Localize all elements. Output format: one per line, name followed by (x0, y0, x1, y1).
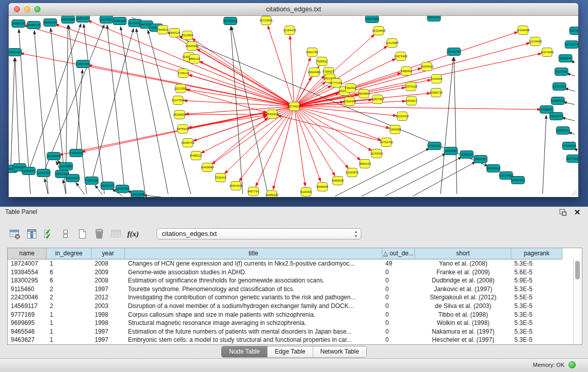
cell-year[interactable]: 1997 (92, 285, 125, 294)
table-settings-button[interactable] (7, 227, 23, 241)
column-header-name[interactable]: name (8, 248, 47, 259)
table-row[interactable]: 911546021997Tourette syndrome. Phenomeno… (8, 285, 574, 294)
cell-short[interactable]: Franke et al. (2009) (415, 268, 511, 277)
cell-title[interactable]: Estimation of the future numbers of pati… (125, 327, 382, 336)
create-column-button[interactable] (75, 227, 90, 241)
table-row[interactable]: 969969511998Structural magnetic resonanc… (8, 319, 574, 327)
cell-title[interactable]: Corpus callosum shape and size in male p… (125, 311, 382, 319)
cell-pagerank[interactable]: 5.3E-5 (511, 285, 562, 294)
cell-out-de-[interactable]: 0 (382, 319, 415, 327)
cell-out-de-[interactable]: 0 (382, 311, 415, 319)
column-header-out-de-[interactable]: △ out_de... (382, 248, 415, 259)
tab-edge-table[interactable]: Edge Table (267, 346, 313, 357)
cell-pagerank[interactable]: 5.5E-5 (511, 293, 562, 302)
cell-year[interactable]: 1998 (92, 311, 125, 319)
window-resize-grip[interactable] (570, 189, 577, 196)
cell-short[interactable]: Yano et al. (2008) (415, 259, 511, 268)
column-header-year[interactable]: year (92, 248, 125, 259)
cell-title[interactable]: Tourette syndrome. Phenomenology and cla… (125, 285, 382, 294)
window-titlebar[interactable]: citations_edges.txt (9, 3, 578, 16)
cell-pagerank[interactable]: 5.3E-5 (511, 319, 562, 327)
cell-in-degree[interactable]: 1 (47, 327, 92, 336)
table-row[interactable]: 1830029562008Estimation of significance … (8, 276, 574, 285)
show-columns-button[interactable] (24, 227, 39, 241)
cell-out-de-[interactable]: 0 (382, 293, 415, 302)
close-panel-button[interactable]: ✕ (573, 208, 582, 217)
cell-name[interactable]: 9115460 (8, 285, 47, 294)
cell-pagerank[interactable]: 5.9E-5 (511, 276, 562, 285)
cell-out-de-[interactable]: 0 (382, 336, 415, 344)
cell-pagerank[interactable]: 5.3E-5 (511, 336, 562, 344)
column-header-in-degree[interactable]: in_degree (47, 248, 92, 259)
cell-year[interactable]: 1997 (92, 336, 125, 344)
cell-year[interactable]: 2008 (92, 276, 125, 285)
cell-name[interactable]: 9699695 (8, 319, 47, 327)
cell-title[interactable]: Embryonic stem cells: a model to study s… (125, 336, 382, 344)
cell-in-degree[interactable]: 2 (47, 302, 92, 311)
float-panel-button[interactable] (558, 208, 568, 217)
cell-out-de-[interactable]: 0 (382, 268, 415, 277)
table-row[interactable]: 946554611997Estimation of the future num… (8, 327, 574, 336)
cell-name[interactable]: 18724007 (8, 259, 47, 268)
scrollbar-thumb[interactable] (575, 261, 580, 279)
cell-out-de-[interactable]: 0 (382, 302, 415, 311)
cell-title[interactable]: Structural magnetic resonance image aver… (125, 319, 382, 327)
cell-name[interactable]: 19384554 (8, 268, 47, 277)
cell-year[interactable]: 1998 (92, 319, 125, 327)
cell-in-degree[interactable]: 1 (47, 319, 92, 327)
delete-column-button[interactable] (92, 227, 107, 241)
cell-out-de-[interactable]: 0 (382, 327, 415, 336)
cell-in-degree[interactable]: 2 (47, 293, 92, 302)
cell-in-degree[interactable]: 6 (47, 268, 92, 277)
cell-year[interactable]: 2012 (92, 293, 125, 302)
table-row[interactable]: 2242004622012Investigating the contribut… (8, 293, 574, 302)
table-row[interactable]: 977716911998Corpus callosum shape and si… (8, 311, 574, 319)
network-canvas[interactable]: 1872400718300295240557242095571920691406… (9, 16, 578, 197)
function-builder-button[interactable]: f(x) (125, 227, 141, 241)
import-table-button[interactable] (108, 227, 124, 241)
cell-year[interactable]: 2003 (92, 302, 125, 311)
cell-pagerank[interactable]: 5.3E-5 (511, 302, 562, 311)
tab-network-table[interactable]: Network Table (313, 346, 366, 357)
cell-title[interactable]: Changes of HCN gene expression and I(f) … (125, 259, 382, 268)
cell-in-degree[interactable]: 1 (47, 259, 92, 268)
row-cells-button[interactable] (58, 227, 73, 241)
table-row[interactable]: 1872400712008Changes of HCN gene express… (8, 259, 574, 268)
cell-pagerank[interactable]: 5.6E-5 (511, 268, 562, 277)
cell-short[interactable]: Hescheler et al. (1997) (415, 336, 511, 344)
cell-title[interactable]: Investigating the contribution of common… (125, 293, 382, 302)
cell-short[interactable]: Tibbo et al. (1998) (415, 311, 511, 319)
cell-name[interactable]: 22420046 (8, 293, 47, 302)
cell-title[interactable]: Disruption of a novel member of a sodium… (125, 302, 382, 311)
table-row[interactable]: 1938455462009Genome-wide association stu… (8, 268, 574, 277)
cell-out-de-[interactable]: 0 (382, 285, 415, 294)
cell-out-de-[interactable]: 0 (382, 276, 415, 285)
cell-short[interactable]: Stergiakouli et al. (2012) (415, 293, 511, 302)
cell-pagerank[interactable]: 5.3E-5 (511, 259, 562, 268)
cell-name[interactable]: 9463627 (8, 336, 47, 344)
table-selector-dropdown[interactable]: citations_edges.txt ▲▼ (157, 228, 361, 239)
cell-short[interactable]: Wolkin et al. (1998) (415, 319, 511, 327)
table-vertical-scrollbar[interactable] (573, 259, 582, 344)
cell-pagerank[interactable]: 5.3E-5 (511, 327, 562, 336)
table-row[interactable]: 1456911722003Disruption of a novel membe… (8, 302, 574, 311)
cell-in-degree[interactable]: 1 (47, 336, 92, 344)
cell-name[interactable]: 14569117 (8, 302, 47, 311)
cell-year[interactable]: 2008 (92, 259, 125, 268)
column-header-title[interactable]: title (125, 248, 382, 259)
column-header-pagerank[interactable]: pagerank (511, 248, 562, 259)
cell-title[interactable]: Estimation of significance thresholds fo… (125, 276, 382, 285)
cell-title[interactable]: Genome-wide association studies in ADHD. (125, 268, 382, 277)
table-row[interactable]: 946362711997Embryonic stem cells: a mode… (8, 336, 574, 344)
cell-year[interactable]: 1997 (92, 327, 125, 336)
column-header-short[interactable]: short (415, 248, 511, 259)
cell-short[interactable]: Nakamura et al. (1997) (415, 327, 511, 336)
select-columns-button[interactable] (41, 227, 56, 241)
cell-name[interactable]: 9777169 (8, 311, 47, 319)
cell-in-degree[interactable]: 2 (47, 285, 92, 294)
tab-node-table[interactable]: Node Table (222, 346, 267, 357)
cell-pagerank[interactable]: 5.3E-5 (511, 311, 562, 319)
cell-name[interactable]: 9465546 (8, 327, 47, 336)
cell-short[interactable]: Jankovic et al. (1997) (415, 285, 511, 294)
cell-year[interactable]: 2009 (92, 268, 125, 277)
